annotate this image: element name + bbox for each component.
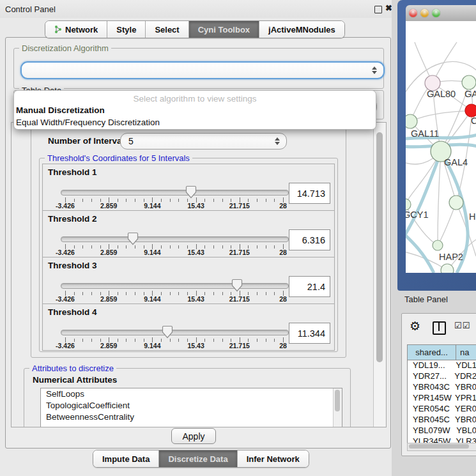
slider-thumb[interactable] <box>162 325 173 339</box>
network-node[interactable] <box>433 240 443 250</box>
list-item[interactable]: SelfLoops <box>41 388 342 400</box>
list-scrollbar[interactable] <box>333 388 342 427</box>
table-cell: YER0 <box>452 404 476 415</box>
tab-infer-network[interactable]: Infer Network <box>237 450 309 467</box>
network-edge <box>438 151 441 245</box>
network-node[interactable] <box>406 199 411 210</box>
node-label: GAL4 <box>444 157 468 167</box>
tick-mark <box>213 339 214 342</box>
tick-mark <box>274 339 275 342</box>
threshold-value-field[interactable]: 14.713 <box>289 183 330 204</box>
slider-thumb[interactable] <box>185 185 197 199</box>
tab-network[interactable]: Network <box>45 21 107 38</box>
threshold-label: Threshold 2 <box>48 214 97 224</box>
tick-mark <box>213 199 214 202</box>
tick-mark <box>178 339 179 342</box>
threshold-row: Threshold 1-3.4262.8599.14415.4321.71528… <box>42 164 335 211</box>
slider-tick-labels: -3.4262.8599.14415.4321.71528 <box>65 249 283 256</box>
node-label: GA <box>464 89 476 99</box>
tick-label: 15.43 <box>187 342 204 349</box>
minimize-traffic-light-icon[interactable] <box>420 9 429 17</box>
list-item[interactable]: BetweennessCentrality <box>41 411 342 423</box>
list-scrollbar-thumb[interactable] <box>335 390 340 411</box>
num-intervals-combobox[interactable]: 5 <box>120 133 287 150</box>
threshold-value-field[interactable]: 21.4 <box>289 276 330 297</box>
table-hscrollbar-thumb[interactable] <box>409 444 469 449</box>
select-columns-icon[interactable]: ☑☑ <box>454 321 470 330</box>
tab-impute-data[interactable]: Impute Data <box>93 450 158 467</box>
table-row[interactable]: YBR043CYBR0 <box>408 382 476 393</box>
tick-label: 15.43 <box>187 295 204 303</box>
tab-style[interactable]: Style <box>107 21 145 38</box>
column-header[interactable]: na <box>456 345 476 360</box>
slider-track[interactable] <box>61 330 289 335</box>
table-cell: YBR045C <box>408 415 452 426</box>
tick-label: 9.144 <box>144 295 160 303</box>
slider-track[interactable] <box>61 236 289 242</box>
tick-mark <box>135 339 135 342</box>
tick-mark <box>74 339 75 342</box>
tick-mark <box>91 199 92 202</box>
network-node[interactable] <box>406 114 417 128</box>
slider-track[interactable] <box>61 283 289 289</box>
tab-label: Cyni Toolbox <box>198 25 250 35</box>
pane-scrollbar-thumb[interactable] <box>376 132 383 362</box>
network-node[interactable] <box>449 196 463 210</box>
tab-select[interactable]: Select <box>145 21 188 38</box>
tick-mark <box>231 339 231 342</box>
tick-mark <box>135 292 135 295</box>
network-node[interactable] <box>465 104 476 117</box>
tab-label: Impute Data <box>102 454 150 464</box>
algorithm-combobox[interactable] <box>20 61 385 79</box>
table-row[interactable]: YER054CYER0 <box>408 404 476 415</box>
tab-cyni-toolbox[interactable]: Cyni Toolbox <box>188 21 259 38</box>
table-hscrollbar[interactable] <box>407 443 476 451</box>
split-columns-icon[interactable] <box>433 321 446 335</box>
tick-mark <box>118 292 118 295</box>
column-header[interactable]: shared... <box>408 345 456 360</box>
network-icon <box>54 25 62 34</box>
tab-label: Style <box>116 25 136 35</box>
node-label: GAL11 <box>411 128 439 139</box>
network-node[interactable] <box>462 75 476 89</box>
table-row[interactable]: YDR27...YDR2 <box>408 371 476 382</box>
close-traffic-light-icon[interactable] <box>409 9 417 17</box>
tick-mark <box>161 339 162 342</box>
network-view-canvas[interactable]: GAL80GACGAL11GAL4GCY1HHAP2 <box>406 21 476 273</box>
node-table[interactable]: shared...na YDL19...YDL1YDR27...YDR2YBR0… <box>407 344 476 443</box>
slider-track[interactable] <box>61 190 289 196</box>
network-edge <box>410 111 472 121</box>
table-row[interactable]: YPR145WYPR1 <box>408 393 476 404</box>
table-row[interactable]: YBL079WYBL0 <box>408 426 476 436</box>
tick-mark <box>274 245 275 249</box>
dropdown-option[interactable]: Equal Width/Frequency Discretization <box>14 117 376 129</box>
tick-mark <box>187 245 188 249</box>
tick-label: 2.859 <box>100 202 117 210</box>
zoom-traffic-light-icon[interactable] <box>432 9 440 17</box>
slider-thumb[interactable] <box>231 279 243 292</box>
float-window-icon[interactable] <box>374 6 382 13</box>
network-node[interactable] <box>441 264 454 273</box>
slider-thumb[interactable] <box>127 232 139 245</box>
tick-label: 9.144 <box>144 342 160 349</box>
control-panel-tabs: NetworkStyleSelectCyni ToolboxjActiveMNo… <box>45 20 345 38</box>
pane-scrollbar[interactable] <box>373 123 386 427</box>
tick-label: -3.426 <box>56 249 75 256</box>
tab-jactivemnodules[interactable]: jActiveMNodules <box>259 21 344 38</box>
tick-mark <box>126 339 127 342</box>
list-item[interactable]: TopologicalCoefficient <box>41 400 342 411</box>
numerical-attributes-list[interactable]: SelfLoopsTopologicalCoefficientBetweenne… <box>40 388 342 427</box>
tick-label: 2.859 <box>100 249 117 256</box>
tab-discretize-data[interactable]: Discretize Data <box>158 450 236 467</box>
threshold-value-field[interactable]: 11.344 <box>289 323 330 344</box>
num-intervals-value: 5 <box>128 136 134 146</box>
dropdown-option[interactable]: Manual Discretization <box>14 105 376 117</box>
tick-mark <box>144 245 144 249</box>
threshold-label: Threshold 1 <box>48 167 97 177</box>
table-row[interactable]: YDL19...YDL1 <box>408 360 476 371</box>
apply-button[interactable]: Apply <box>171 428 216 444</box>
algorithm-dropdown-popup: Select algorithm to view settings Manual… <box>13 90 376 130</box>
gear-icon[interactable]: ⚙ <box>410 319 420 334</box>
threshold-value-field[interactable]: 6.316 <box>289 229 330 250</box>
table-row[interactable]: YBR045CYBR0 <box>408 415 476 426</box>
